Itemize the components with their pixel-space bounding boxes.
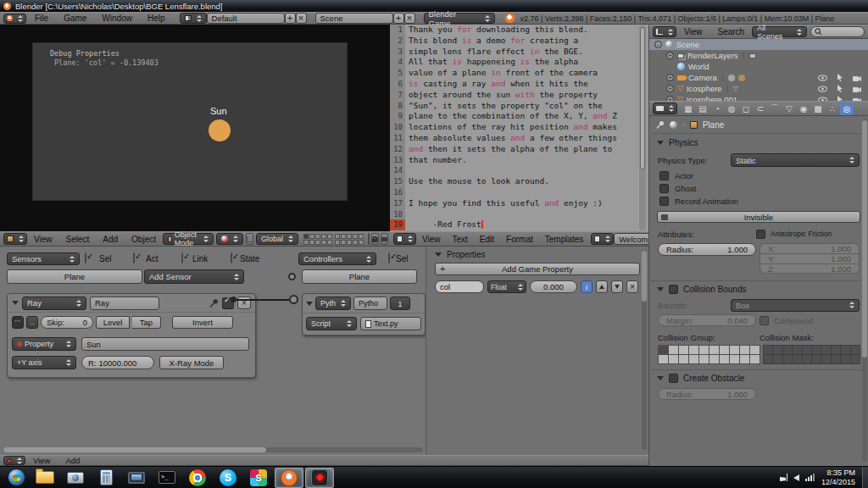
eye-icon[interactable] — [818, 75, 827, 81]
ghost-row[interactable]: Ghost — [649, 182, 868, 195]
text-line[interactable]: 3simple lens flare effect in the BGE. — [390, 47, 648, 58]
aniso-x-field[interactable]: X:1.000 — [760, 243, 860, 253]
properties-scrollbar[interactable] — [862, 119, 867, 462]
text-line[interactable]: 14 — [390, 165, 648, 176]
info-editor-type-button[interactable] — [3, 14, 26, 24]
sensor-name-field[interactable]: Ray — [90, 297, 159, 310]
outliner-row-icosphere[interactable]: ▽ Icosphere ▽ — [649, 83, 868, 94]
tab-texture[interactable]: ▩ — [811, 103, 825, 115]
start-button[interactable] — [3, 468, 29, 488]
collapse-icon[interactable] — [654, 41, 662, 48]
tab-object[interactable]: ◻ — [739, 103, 753, 115]
sensors-state-checkbox[interactable] — [231, 252, 232, 263]
aniso-z-field[interactable]: Z:1.000 — [760, 263, 860, 274]
collapse-arrow-icon[interactable] — [306, 302, 313, 306]
text-line[interactable]: 6is casting a ray and when it hits the — [390, 79, 648, 90]
sensors-link-checkbox[interactable] — [181, 252, 183, 263]
property-move-down-button[interactable] — [611, 280, 623, 293]
ray-range-slider[interactable]: R:10000.000 — [81, 356, 154, 369]
property-type-select[interactable]: Float — [487, 280, 526, 293]
actor-row[interactable]: Actor — [649, 169, 868, 182]
text-line[interactable]: 2This blend is a demo for creating a — [390, 36, 648, 47]
menu-game[interactable]: Game — [56, 14, 94, 23]
screen-layout-icon-button[interactable] — [180, 13, 207, 24]
collision-bounds-header[interactable]: Collision Bounds — [649, 281, 868, 297]
render-opengl-icon[interactable] — [381, 233, 388, 245]
tab-scene[interactable]: ◔ — [710, 103, 724, 115]
physics-type-select[interactable]: Static — [731, 153, 860, 167]
text-menu-format[interactable]: Format — [500, 235, 539, 244]
collapse-arrow-icon[interactable] — [12, 301, 19, 305]
controllers-object-button[interactable]: Plane — [302, 269, 417, 284]
controllers-sel-checkbox[interactable] — [388, 252, 390, 263]
script-field[interactable]: Text.py — [360, 317, 421, 330]
expand-icon[interactable] — [666, 85, 674, 92]
tab-particles[interactable]: ∴ — [826, 103, 839, 115]
aniso-y-field[interactable]: Y:1.000 — [760, 253, 860, 263]
outliner-search-input[interactable] — [810, 26, 865, 37]
scene-field[interactable]: Scene — [315, 13, 393, 24]
taskbar-slack[interactable]: S — [244, 468, 273, 488]
pulse-true-button[interactable]: ''' — [12, 316, 24, 329]
taskbar-blender[interactable] — [275, 468, 303, 488]
actor-checkbox[interactable] — [659, 171, 669, 180]
property-delete-button[interactable] — [626, 280, 638, 293]
logic-menu-add[interactable]: Add — [58, 456, 87, 465]
radius-slider[interactable]: Radius: 1.000 — [658, 243, 756, 256]
logic-menu-view[interactable]: View — [25, 456, 58, 465]
text-line[interactable]: 7object around the sun with the property — [390, 90, 648, 101]
logic-h-scrollbar[interactable] — [3, 447, 423, 452]
ray-mode-select[interactable]: Property — [12, 337, 76, 351]
xray-mode-button[interactable]: X-Ray Mode — [159, 356, 224, 369]
outliner-row-camera[interactable]: Camera — [649, 72, 868, 83]
taskbar-clock[interactable]: 8:35 PM 12/4/2015 — [821, 469, 855, 487]
game-properties-scrollbar[interactable] — [642, 250, 647, 450]
tray-speaker-icon[interactable] — [793, 474, 799, 481]
text-line[interactable]: 5value of a plane in front of the camera — [390, 68, 648, 79]
controller-state-socket[interactable] — [288, 273, 296, 280]
text-line[interactable]: 19 -Red Frost — [390, 219, 648, 230]
controller-name-field[interactable]: Pytho — [353, 297, 387, 310]
menu-help[interactable]: Help — [140, 14, 173, 23]
text-line[interactable]: 18 — [390, 209, 648, 220]
ghost-checkbox[interactable] — [659, 184, 669, 193]
property-move-up-button[interactable] — [596, 280, 608, 293]
text-line[interactable]: 17I hope you find this useful and enjoy … — [390, 198, 648, 209]
margin-slider[interactable]: Margin:0.040 — [658, 314, 756, 326]
sensor-output-socket[interactable] — [231, 297, 236, 302]
level-button[interactable]: Level — [96, 316, 130, 329]
scene-add-button[interactable] — [393, 13, 404, 24]
collision-mask-grid[interactable] — [763, 345, 860, 363]
compound-checkbox[interactable] — [760, 316, 769, 325]
outliner-menu-view[interactable]: View — [676, 27, 710, 36]
text-line[interactable]: 11them absolute values and a few other t… — [390, 133, 648, 144]
ray-property-field[interactable]: Sun — [81, 337, 249, 351]
tab-render[interactable]: ▦ — [682, 103, 695, 115]
viewport-menu-view[interactable]: View — [27, 235, 59, 244]
viewport-3d[interactable]: Debug Properties Plane: 'col' = -0.13940… — [0, 25, 390, 231]
viewport-menu-select[interactable]: Select — [59, 235, 97, 244]
text-scrollbar[interactable] — [639, 25, 646, 230]
invert-button[interactable]: Invert — [172, 316, 233, 329]
outliner-row-world[interactable]: World — [649, 61, 868, 72]
taskbar-imaging-app[interactable] — [61, 468, 90, 488]
cursor-select-icon[interactable] — [837, 85, 843, 92]
bounds-select[interactable]: Box — [731, 299, 860, 312]
menu-file[interactable]: File — [26, 14, 56, 23]
scene-delete-button[interactable] — [404, 13, 415, 24]
mode-select[interactable]: Object Mode — [163, 233, 214, 245]
layout-add-button[interactable] — [285, 13, 296, 24]
collision-group-grid[interactable] — [658, 345, 760, 363]
add-game-property-button[interactable]: Add Game Property — [435, 263, 640, 275]
engine-select[interactable]: Blender Game — [424, 13, 495, 24]
text-line[interactable]: 15Use the mouse to look around. — [390, 176, 648, 187]
text-line[interactable]: 10locations of the ray hit position and … — [390, 122, 648, 133]
record-animation-row[interactable]: Record Animation — [649, 195, 868, 208]
add-sensor-select[interactable]: Add Sensor — [144, 269, 244, 284]
logic-editor-type-button[interactable] — [3, 456, 25, 465]
outliner-row-icosphere-001[interactable]: ▽ Icosphere.001 — [649, 94, 868, 101]
sensors-filter-select[interactable]: Sensors — [7, 252, 80, 265]
property-name-field[interactable]: col — [435, 280, 484, 293]
tray-network-icon[interactable] — [805, 474, 815, 481]
pulse-false-button[interactable]: ... — [26, 316, 38, 329]
